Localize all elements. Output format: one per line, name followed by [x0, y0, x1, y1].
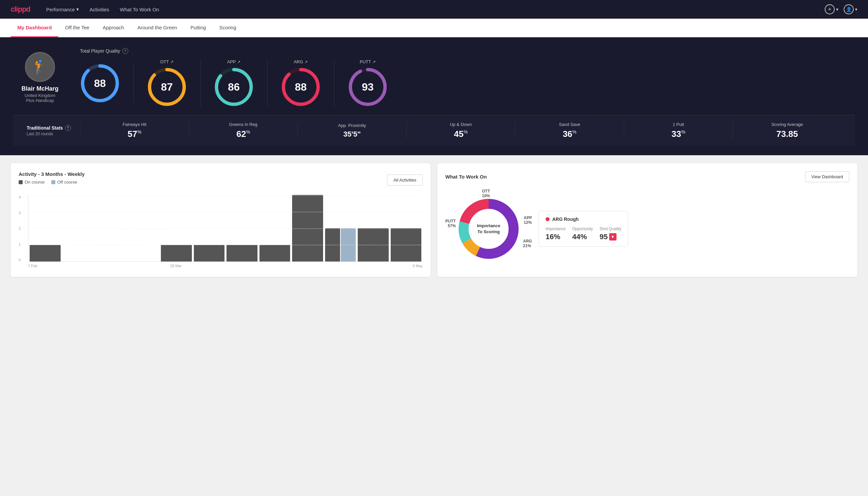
what-to-work-on-panel: What To Work On View Dashboard — [437, 163, 857, 277]
bar-group-6 — [226, 245, 257, 262]
bar-group-0 — [30, 245, 61, 262]
circle-putt: 93 — [348, 67, 388, 107]
bar-group-9 — [325, 228, 356, 262]
wtwo-title: What To Work On — [445, 174, 487, 180]
stat-name-fairways: Fairways Hit — [85, 122, 184, 127]
circle-total: 88 — [80, 63, 120, 103]
circle-arg: 88 — [281, 67, 321, 107]
stat-name-updown: Up & Down — [412, 122, 510, 127]
bar-on-8 — [292, 195, 323, 262]
circle-app: 86 — [214, 67, 254, 107]
scores-section: Total Player Quality ? 88 — [80, 48, 855, 107]
stat-value-1putt: 33% — [630, 129, 727, 139]
view-dashboard-button[interactable]: View Dashboard — [805, 171, 849, 182]
score-total: 88 — [80, 63, 133, 103]
stat-name-scoring: Scoring Average — [738, 122, 836, 127]
bar-group-5 — [194, 245, 225, 262]
bar-off-9 — [341, 228, 356, 262]
bar-on-0 — [30, 245, 61, 262]
y-axis-labels: 4 3 2 1 0 — [19, 195, 21, 262]
stat-name-gir: Greens In Reg — [194, 122, 293, 127]
bar-on-6 — [226, 245, 257, 262]
score-arg: ARG ↗ 88 — [267, 59, 334, 107]
legend-dot-on — [19, 180, 23, 184]
stat-value-gir: 62% — [194, 129, 293, 139]
score-value-ott: 87 — [161, 81, 173, 93]
x-label-mar: 28 Mar — [77, 264, 275, 268]
metric-opportunity: Opportunity 44% — [572, 227, 593, 241]
metric-importance-label: Importance — [546, 227, 566, 231]
tab-scoring[interactable]: Scoring — [212, 19, 243, 37]
stat-scoring-avg: Scoring Average 73.85 — [732, 122, 841, 139]
bar-group-4 — [161, 245, 192, 262]
donut-label-app: APP 12% — [524, 216, 532, 225]
score-app: APP ↗ 86 — [201, 59, 267, 107]
stat-value-proximity: 35'5" — [303, 130, 401, 139]
metric-importance: Importance 16% — [546, 227, 566, 241]
bar-group-8 — [292, 195, 323, 262]
nav-performance[interactable]: Performance ▾ — [46, 1, 79, 18]
card-title: ARG Rough — [546, 217, 621, 222]
tab-around-the-green[interactable]: Around the Green — [130, 19, 184, 37]
donut-center-label: ImportanceTo Scoring — [455, 196, 522, 262]
tab-approach[interactable]: Approach — [96, 19, 130, 37]
score-value-putt: 93 — [362, 81, 374, 93]
stat-value-scoring: 73.85 — [738, 129, 836, 139]
stat-value-fairways: 57% — [85, 129, 184, 139]
tab-my-dashboard[interactable]: My Dashboard — [11, 19, 58, 37]
hero-section: 🏌️ Blair McHarg United Kingdom Plus Hand… — [0, 37, 868, 155]
logo[interactable]: clippd — [11, 5, 30, 14]
stats-label: Traditional Stats ? — [27, 125, 80, 131]
nav-activities[interactable]: Activities — [90, 1, 109, 18]
stat-name-sandsave: Sand Save — [521, 122, 618, 127]
stat-name-1putt: 1 Putt — [630, 122, 727, 127]
x-axis-labels: 7 Feb 28 Mar 9 May — [28, 264, 423, 268]
tpq-help-icon[interactable]: ? — [122, 48, 128, 54]
tpq-label: Total Player Quality ? — [80, 48, 855, 54]
score-label-putt: PUTT ↗ — [360, 59, 376, 64]
stats-sublabel: Last 20 rounds — [27, 131, 80, 136]
player-avatar: 🏌️ — [25, 52, 55, 82]
score-value-app: 86 — [228, 81, 240, 93]
donut-section: ImportanceTo Scoring PUTT 57% OTT 10% AP… — [445, 189, 849, 269]
bar-on-10 — [358, 228, 389, 262]
chart-legend: On course Off course — [19, 180, 84, 185]
add-button[interactable]: + ▾ — [825, 4, 838, 14]
bar-group-11 — [391, 228, 422, 262]
grid-line-4 — [28, 195, 423, 196]
player-country: United Kingdom — [25, 93, 56, 98]
chart-area: 4 3 2 1 0 — [19, 195, 423, 268]
donut-label-arg: ARG 21% — [523, 239, 532, 248]
donut-chart-container: ImportanceTo Scoring PUTT 57% OTT 10% AP… — [445, 189, 532, 269]
user-menu[interactable]: 👤 ▾ — [844, 4, 857, 14]
x-label-may: 9 May — [275, 264, 423, 268]
top-navigation: clippd Performance ▾ Activities What To … — [0, 0, 868, 19]
shot-quality-badge: ▼ — [609, 233, 617, 241]
stats-help-icon[interactable]: ? — [65, 125, 71, 131]
bar-on-5 — [194, 245, 225, 262]
nav-actions: + ▾ 👤 ▾ — [825, 4, 857, 14]
traditional-stats: Traditional Stats ? Last 20 rounds Fairw… — [13, 115, 855, 146]
metric-opportunity-label: Opportunity — [572, 227, 593, 231]
tab-off-the-tee[interactable]: Off the Tee — [58, 19, 96, 37]
bar-on-11 — [391, 228, 422, 262]
activity-panel-header: Activity - 3 Months - Weekly On course O… — [19, 171, 423, 188]
arg-rough-card: ARG Rough Importance 16% Opportunity 44%… — [539, 211, 628, 247]
bottom-panels: Activity - 3 Months - Weekly On course O… — [0, 155, 868, 285]
stat-value-sandsave: 36% — [521, 129, 618, 139]
card-metrics: Importance 16% Opportunity 44% Shot Qual… — [546, 227, 621, 241]
stat-fairways-hit: Fairways Hit 57% — [80, 122, 189, 139]
score-label-ott: OTT ↗ — [160, 59, 174, 64]
donut-label-ott: OTT 10% — [482, 189, 490, 198]
player-handicap: Plus Handicap — [26, 98, 54, 103]
x-label-feb: 7 Feb — [28, 264, 77, 268]
score-value-arg: 88 — [295, 81, 307, 93]
score-putt: PUTT ↗ 93 — [334, 59, 401, 107]
tab-putting[interactable]: Putting — [184, 19, 213, 37]
legend-dot-off — [51, 180, 55, 184]
stat-greens-in-reg: Greens In Reg 62% — [189, 122, 298, 139]
all-activities-button[interactable]: All Activities — [387, 174, 423, 186]
nav-what-to-work-on[interactable]: What To Work On — [120, 1, 159, 18]
score-label-arg: ARG ↗ — [294, 59, 308, 64]
stat-value-updown: 45% — [412, 129, 510, 139]
